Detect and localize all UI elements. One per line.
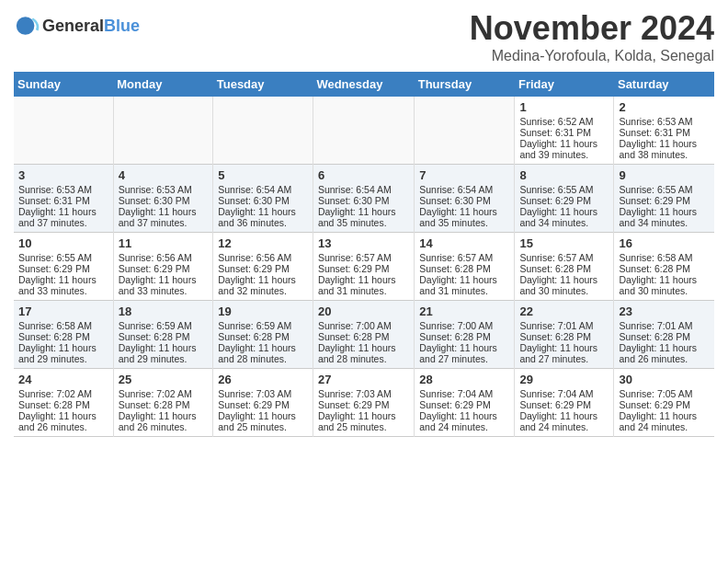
day-number: 3 [18, 168, 108, 182]
day-number: 5 [218, 168, 308, 182]
day-info: Sunrise: 6:54 AM Sunset: 6:30 PM Dayligh… [419, 184, 497, 228]
calendar-row-4: 24Sunrise: 7:02 AM Sunset: 6:28 PM Dayli… [14, 369, 714, 437]
day-number: 13 [318, 236, 409, 250]
calendar-cell-2-0: 10Sunrise: 6:55 AM Sunset: 6:29 PM Dayli… [14, 233, 113, 301]
calendar-cell-2-3: 13Sunrise: 6:57 AM Sunset: 6:29 PM Dayli… [313, 233, 414, 301]
day-info: Sunrise: 7:05 AM Sunset: 6:29 PM Dayligh… [619, 388, 697, 432]
calendar-header: Sunday Monday Tuesday Wednesday Thursday… [14, 72, 714, 97]
day-info: Sunrise: 6:53 AM Sunset: 6:30 PM Dayligh… [119, 184, 197, 228]
day-info: Sunrise: 6:54 AM Sunset: 6:30 PM Dayligh… [318, 184, 396, 228]
calendar-cell-4-6: 30Sunrise: 7:05 AM Sunset: 6:29 PM Dayli… [614, 369, 714, 437]
day-info: Sunrise: 7:00 AM Sunset: 6:28 PM Dayligh… [419, 320, 497, 364]
calendar-cell-0-6: 2Sunrise: 6:53 AM Sunset: 6:31 PM Daylig… [614, 97, 714, 165]
calendar-cell-4-4: 28Sunrise: 7:04 AM Sunset: 6:29 PM Dayli… [415, 369, 515, 437]
header-sunday: Sunday [14, 72, 113, 97]
header-friday: Friday [515, 72, 614, 97]
calendar-cell-1-5: 8Sunrise: 6:55 AM Sunset: 6:29 PM Daylig… [515, 165, 614, 233]
calendar-cell-3-6: 23Sunrise: 7:01 AM Sunset: 6:28 PM Dayli… [614, 301, 714, 369]
day-number: 14 [419, 236, 509, 250]
calendar-cell-3-0: 17Sunrise: 6:58 AM Sunset: 6:28 PM Dayli… [14, 301, 113, 369]
calendar-cell-0-0 [14, 97, 113, 165]
calendar-cell-4-5: 29Sunrise: 7:04 AM Sunset: 6:29 PM Dayli… [515, 369, 614, 437]
day-info: Sunrise: 7:04 AM Sunset: 6:29 PM Dayligh… [419, 388, 497, 432]
calendar-cell-0-2 [213, 97, 313, 165]
day-number: 1 [519, 100, 609, 114]
calendar-cell-3-5: 22Sunrise: 7:01 AM Sunset: 6:28 PM Dayli… [515, 301, 614, 369]
calendar-cell-2-1: 11Sunrise: 6:56 AM Sunset: 6:29 PM Dayli… [113, 233, 212, 301]
calendar-body: 1Sunrise: 6:52 AM Sunset: 6:31 PM Daylig… [14, 97, 714, 437]
day-info: Sunrise: 6:55 AM Sunset: 6:29 PM Dayligh… [18, 252, 97, 296]
calendar-cell-1-4: 7Sunrise: 6:54 AM Sunset: 6:30 PM Daylig… [415, 165, 515, 233]
logo: GeneralBlue [14, 13, 140, 39]
day-info: Sunrise: 6:56 AM Sunset: 6:29 PM Dayligh… [218, 252, 296, 296]
header-tuesday: Tuesday [213, 72, 313, 97]
calendar-cell-4-0: 24Sunrise: 7:02 AM Sunset: 6:28 PM Dayli… [14, 369, 113, 437]
calendar-cell-0-4 [415, 97, 515, 165]
day-number: 12 [218, 236, 308, 250]
day-number: 30 [619, 373, 710, 386]
calendar-cell-4-1: 25Sunrise: 7:02 AM Sunset: 6:28 PM Dayli… [113, 369, 212, 437]
day-info: Sunrise: 7:01 AM Sunset: 6:28 PM Dayligh… [519, 320, 597, 364]
calendar-cell-3-1: 18Sunrise: 6:59 AM Sunset: 6:28 PM Dayli… [113, 301, 212, 369]
day-info: Sunrise: 6:53 AM Sunset: 6:31 PM Dayligh… [619, 116, 697, 160]
day-number: 7 [419, 168, 509, 182]
day-info: Sunrise: 6:57 AM Sunset: 6:29 PM Dayligh… [318, 252, 396, 296]
day-info: Sunrise: 7:02 AM Sunset: 6:28 PM Dayligh… [18, 388, 97, 432]
day-info: Sunrise: 6:57 AM Sunset: 6:28 PM Dayligh… [419, 252, 497, 296]
calendar-cell-1-3: 6Sunrise: 6:54 AM Sunset: 6:30 PM Daylig… [313, 165, 414, 233]
calendar-cell-2-6: 16Sunrise: 6:58 AM Sunset: 6:28 PM Dayli… [614, 233, 714, 301]
header-monday: Monday [113, 72, 212, 97]
day-info: Sunrise: 6:52 AM Sunset: 6:31 PM Dayligh… [519, 116, 597, 160]
calendar-cell-4-2: 26Sunrise: 7:03 AM Sunset: 6:29 PM Dayli… [213, 369, 313, 437]
location-title: Medina-Yorofoula, Kolda, Senegal [470, 48, 714, 64]
day-info: Sunrise: 7:03 AM Sunset: 6:29 PM Dayligh… [318, 388, 396, 432]
calendar-cell-2-2: 12Sunrise: 6:56 AM Sunset: 6:29 PM Dayli… [213, 233, 313, 301]
header-thursday: Thursday [415, 72, 515, 97]
day-number: 17 [18, 304, 108, 318]
calendar-cell-4-3: 27Sunrise: 7:03 AM Sunset: 6:29 PM Dayli… [313, 369, 414, 437]
day-number: 15 [519, 236, 609, 250]
day-info: Sunrise: 6:58 AM Sunset: 6:28 PM Dayligh… [619, 252, 697, 296]
calendar-cell-1-1: 4Sunrise: 6:53 AM Sunset: 6:30 PM Daylig… [113, 165, 212, 233]
calendar-cell-1-6: 9Sunrise: 6:55 AM Sunset: 6:29 PM Daylig… [614, 165, 714, 233]
day-number: 18 [119, 304, 208, 318]
day-number: 23 [619, 304, 710, 318]
header-wednesday: Wednesday [313, 72, 414, 97]
day-info: Sunrise: 7:01 AM Sunset: 6:28 PM Dayligh… [619, 320, 697, 364]
day-info: Sunrise: 6:55 AM Sunset: 6:29 PM Dayligh… [519, 184, 597, 228]
day-info: Sunrise: 6:54 AM Sunset: 6:30 PM Dayligh… [218, 184, 296, 228]
header: GeneralBlue November 2024 Medina-Yorofou… [14, 9, 714, 64]
day-info: Sunrise: 7:04 AM Sunset: 6:29 PM Dayligh… [519, 388, 597, 432]
logo-general: General [42, 17, 104, 35]
day-number: 28 [419, 373, 509, 386]
day-number: 19 [218, 304, 308, 318]
month-title: November 2024 [470, 9, 714, 48]
calendar-cell-2-4: 14Sunrise: 6:57 AM Sunset: 6:28 PM Dayli… [415, 233, 515, 301]
day-number: 25 [119, 373, 208, 386]
day-info: Sunrise: 7:00 AM Sunset: 6:28 PM Dayligh… [318, 320, 396, 364]
day-number: 20 [318, 304, 409, 318]
day-number: 27 [318, 373, 409, 386]
day-number: 21 [419, 304, 509, 318]
logo-blue: Blue [104, 17, 140, 35]
svg-point-0 [17, 17, 35, 35]
calendar-cell-2-5: 15Sunrise: 6:57 AM Sunset: 6:28 PM Dayli… [515, 233, 614, 301]
calendar-cell-1-2: 5Sunrise: 6:54 AM Sunset: 6:30 PM Daylig… [213, 165, 313, 233]
calendar-cell-0-1 [113, 97, 212, 165]
logo-icon [14, 13, 40, 39]
calendar-cell-0-5: 1Sunrise: 6:52 AM Sunset: 6:31 PM Daylig… [515, 97, 614, 165]
day-number: 24 [18, 373, 108, 386]
calendar-row-3: 17Sunrise: 6:58 AM Sunset: 6:28 PM Dayli… [14, 301, 714, 369]
day-info: Sunrise: 6:59 AM Sunset: 6:28 PM Dayligh… [218, 320, 296, 364]
day-info: Sunrise: 6:55 AM Sunset: 6:29 PM Dayligh… [619, 184, 697, 228]
day-number: 26 [218, 373, 308, 386]
day-info: Sunrise: 6:59 AM Sunset: 6:28 PM Dayligh… [119, 320, 197, 364]
title-area: November 2024 Medina-Yorofoula, Kolda, S… [470, 9, 714, 64]
day-number: 22 [519, 304, 609, 318]
day-number: 6 [318, 168, 409, 182]
day-number: 2 [619, 100, 710, 114]
day-info: Sunrise: 7:03 AM Sunset: 6:29 PM Dayligh… [218, 388, 296, 432]
day-number: 10 [18, 236, 108, 250]
day-info: Sunrise: 6:56 AM Sunset: 6:29 PM Dayligh… [119, 252, 197, 296]
day-number: 4 [119, 168, 208, 182]
